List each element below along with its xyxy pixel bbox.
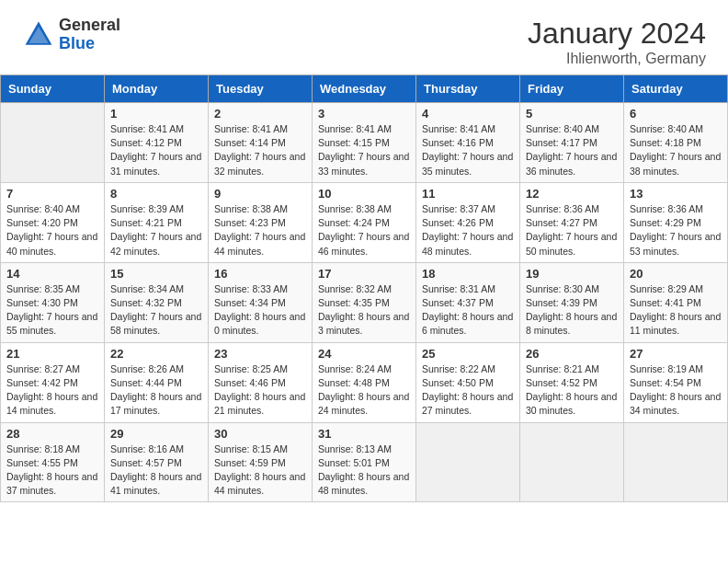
day-info: Sunrise: 8:38 AMSunset: 4:24 PMDaylight:… (318, 202, 410, 259)
day-number: 1 (110, 107, 202, 121)
calendar-day-cell: 5Sunrise: 8:40 AMSunset: 4:17 PMDaylight… (520, 103, 624, 183)
day-info: Sunrise: 8:40 AMSunset: 4:18 PMDaylight:… (630, 122, 722, 178)
day-info: Sunrise: 8:37 AMSunset: 4:26 PMDaylight:… (422, 202, 514, 259)
day-number: 6 (630, 107, 722, 121)
calendar-day-cell: 25Sunrise: 8:22 AMSunset: 4:50 PMDayligh… (416, 342, 520, 422)
calendar-day-cell: 27Sunrise: 8:19 AMSunset: 4:54 PMDayligh… (624, 342, 728, 422)
day-number: 17 (318, 267, 410, 281)
day-number: 9 (214, 187, 306, 201)
calendar-day-cell: 8Sunrise: 8:39 AMSunset: 4:21 PMDaylight… (105, 182, 209, 262)
calendar-day-cell: 6Sunrise: 8:40 AMSunset: 4:18 PMDaylight… (624, 103, 728, 183)
calendar-day-cell: 19Sunrise: 8:30 AMSunset: 4:39 PMDayligh… (520, 262, 624, 342)
day-number: 13 (630, 187, 722, 201)
day-number: 15 (110, 267, 202, 281)
logo-blue: Blue (59, 35, 120, 53)
day-number: 28 (6, 427, 98, 441)
day-info: Sunrise: 8:25 AMSunset: 4:46 PMDaylight:… (214, 362, 306, 419)
calendar-table: SundayMondayTuesdayWednesdayThursdayFrid… (0, 75, 728, 502)
day-number: 7 (6, 187, 98, 201)
day-info: Sunrise: 8:18 AMSunset: 4:55 PMDaylight:… (6, 442, 98, 499)
day-info: Sunrise: 8:30 AMSunset: 4:39 PMDaylight:… (526, 282, 618, 339)
calendar-week-row: 21Sunrise: 8:27 AMSunset: 4:42 PMDayligh… (1, 342, 728, 422)
day-number: 5 (526, 107, 618, 121)
calendar-day-cell: 14Sunrise: 8:35 AMSunset: 4:30 PMDayligh… (1, 262, 105, 342)
calendar-day-cell: 16Sunrise: 8:33 AMSunset: 4:34 PMDayligh… (209, 262, 313, 342)
logo-text: General Blue (59, 17, 120, 53)
day-info: Sunrise: 8:41 AMSunset: 4:15 PMDaylight:… (318, 122, 410, 178)
day-number: 24 (318, 347, 410, 361)
calendar-day-cell: 2Sunrise: 8:41 AMSunset: 4:14 PMDaylight… (209, 103, 313, 183)
calendar-day-cell: 22Sunrise: 8:26 AMSunset: 4:44 PMDayligh… (105, 342, 209, 422)
weekday-header: Friday (520, 75, 624, 103)
day-number: 31 (318, 427, 410, 441)
calendar-day-cell (416, 422, 520, 502)
calendar-day-cell: 21Sunrise: 8:27 AMSunset: 4:42 PMDayligh… (1, 342, 105, 422)
calendar-week-row: 28Sunrise: 8:18 AMSunset: 4:55 PMDayligh… (1, 422, 728, 502)
calendar-day-cell: 15Sunrise: 8:34 AMSunset: 4:32 PMDayligh… (105, 262, 209, 342)
page-header: General Blue January 2024 Ihlienworth, G… (0, 0, 728, 75)
calendar-day-cell: 26Sunrise: 8:21 AMSunset: 4:52 PMDayligh… (520, 342, 624, 422)
day-number: 10 (318, 187, 410, 201)
day-info: Sunrise: 8:38 AMSunset: 4:23 PMDaylight:… (214, 202, 306, 259)
day-info: Sunrise: 8:36 AMSunset: 4:29 PMDaylight:… (630, 202, 722, 259)
logo: General Blue (22, 17, 120, 53)
weekday-header: Wednesday (313, 75, 416, 103)
calendar-wrap: SundayMondayTuesdayWednesdayThursdayFrid… (0, 75, 728, 502)
day-number: 29 (110, 427, 202, 441)
day-number: 16 (214, 267, 306, 281)
day-info: Sunrise: 8:31 AMSunset: 4:37 PMDaylight:… (422, 282, 514, 339)
weekday-header: Tuesday (209, 75, 313, 103)
day-number: 19 (526, 267, 618, 281)
day-info: Sunrise: 8:41 AMSunset: 4:16 PMDaylight:… (422, 122, 514, 178)
weekday-header: Sunday (1, 75, 105, 103)
day-info: Sunrise: 8:15 AMSunset: 4:59 PMDaylight:… (214, 442, 306, 499)
weekday-header: Saturday (624, 75, 728, 103)
day-info: Sunrise: 8:40 AMSunset: 4:20 PMDaylight:… (6, 202, 98, 259)
day-number: 4 (422, 107, 514, 121)
day-info: Sunrise: 8:27 AMSunset: 4:42 PMDaylight:… (6, 362, 98, 419)
calendar-day-cell: 12Sunrise: 8:36 AMSunset: 4:27 PMDayligh… (520, 182, 624, 262)
calendar-day-cell: 30Sunrise: 8:15 AMSunset: 4:59 PMDayligh… (209, 422, 313, 502)
calendar-day-cell: 28Sunrise: 8:18 AMSunset: 4:55 PMDayligh… (1, 422, 105, 502)
calendar-day-cell (1, 103, 105, 183)
calendar-day-cell: 11Sunrise: 8:37 AMSunset: 4:26 PMDayligh… (416, 182, 520, 262)
day-info: Sunrise: 8:41 AMSunset: 4:14 PMDaylight:… (214, 122, 306, 178)
page-subtitle: Ihlienworth, Germany (528, 51, 706, 67)
weekday-header: Thursday (416, 75, 520, 103)
day-info: Sunrise: 8:36 AMSunset: 4:27 PMDaylight:… (526, 202, 618, 259)
day-info: Sunrise: 8:32 AMSunset: 4:35 PMDaylight:… (318, 282, 410, 339)
day-number: 23 (214, 347, 306, 361)
calendar-day-cell: 17Sunrise: 8:32 AMSunset: 4:35 PMDayligh… (313, 262, 416, 342)
calendar-week-row: 7Sunrise: 8:40 AMSunset: 4:20 PMDaylight… (1, 182, 728, 262)
calendar-day-cell: 29Sunrise: 8:16 AMSunset: 4:57 PMDayligh… (105, 422, 209, 502)
day-info: Sunrise: 8:26 AMSunset: 4:44 PMDaylight:… (110, 362, 202, 419)
day-number: 26 (526, 347, 618, 361)
calendar-week-row: 1Sunrise: 8:41 AMSunset: 4:12 PMDaylight… (1, 103, 728, 183)
weekday-header: Monday (105, 75, 209, 103)
day-number: 8 (110, 187, 202, 201)
day-info: Sunrise: 8:40 AMSunset: 4:17 PMDaylight:… (526, 122, 618, 178)
day-number: 22 (110, 347, 202, 361)
calendar-day-cell (520, 422, 624, 502)
day-number: 20 (630, 267, 722, 281)
calendar-day-cell: 13Sunrise: 8:36 AMSunset: 4:29 PMDayligh… (624, 182, 728, 262)
calendar-header-row: SundayMondayTuesdayWednesdayThursdayFrid… (1, 75, 728, 103)
day-info: Sunrise: 8:35 AMSunset: 4:30 PMDaylight:… (6, 282, 98, 339)
day-info: Sunrise: 8:29 AMSunset: 4:41 PMDaylight:… (630, 282, 722, 339)
logo-general: General (59, 17, 120, 35)
calendar-day-cell: 10Sunrise: 8:38 AMSunset: 4:24 PMDayligh… (313, 182, 416, 262)
day-number: 25 (422, 347, 514, 361)
calendar-day-cell (624, 422, 728, 502)
day-number: 21 (6, 347, 98, 361)
calendar-day-cell: 7Sunrise: 8:40 AMSunset: 4:20 PMDaylight… (1, 182, 105, 262)
day-info: Sunrise: 8:13 AMSunset: 5:01 PMDaylight:… (318, 442, 410, 499)
day-number: 2 (214, 107, 306, 121)
calendar-day-cell: 4Sunrise: 8:41 AMSunset: 4:16 PMDaylight… (416, 103, 520, 183)
day-number: 27 (630, 347, 722, 361)
day-info: Sunrise: 8:39 AMSunset: 4:21 PMDaylight:… (110, 202, 202, 259)
calendar-day-cell: 1Sunrise: 8:41 AMSunset: 4:12 PMDaylight… (105, 103, 209, 183)
day-info: Sunrise: 8:21 AMSunset: 4:52 PMDaylight:… (526, 362, 618, 419)
calendar-day-cell: 31Sunrise: 8:13 AMSunset: 5:01 PMDayligh… (313, 422, 416, 502)
logo-icon (22, 18, 55, 52)
calendar-day-cell: 20Sunrise: 8:29 AMSunset: 4:41 PMDayligh… (624, 262, 728, 342)
